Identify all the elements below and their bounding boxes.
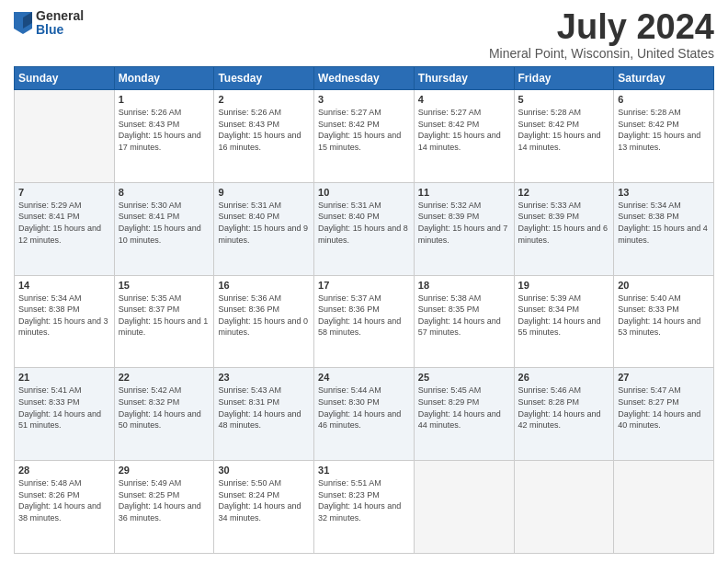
day-number: 19 xyxy=(518,280,610,291)
cell-info: Sunrise: 5:32 AM Sunset: 8:39 PM Dayligh… xyxy=(418,200,510,246)
cell-info: Sunrise: 5:35 AM Sunset: 8:37 PM Dayligh… xyxy=(119,293,210,339)
day-number: 23 xyxy=(218,372,310,383)
header: General Blue July 2024 Mineral Point, Wi… xyxy=(14,9,714,61)
calendar-cell: 6Sunrise: 5:28 AM Sunset: 8:42 PM Daylig… xyxy=(614,90,714,183)
cell-info: Sunrise: 5:46 AM Sunset: 8:28 PM Dayligh… xyxy=(518,385,610,431)
calendar-cell: 12Sunrise: 5:33 AM Sunset: 8:39 PM Dayli… xyxy=(514,182,614,275)
cell-info: Sunrise: 5:28 AM Sunset: 8:42 PM Dayligh… xyxy=(618,107,710,153)
calendar-cell: 22Sunrise: 5:42 AM Sunset: 8:32 PM Dayli… xyxy=(114,368,214,461)
calendar-cell: 17Sunrise: 5:37 AM Sunset: 8:36 PM Dayli… xyxy=(314,275,415,368)
calendar-cell: 3Sunrise: 5:27 AM Sunset: 8:42 PM Daylig… xyxy=(314,90,415,183)
day-number: 20 xyxy=(618,280,710,291)
cell-info: Sunrise: 5:49 AM Sunset: 8:25 PM Dayligh… xyxy=(119,477,210,523)
cell-info: Sunrise: 5:38 AM Sunset: 8:35 PM Dayligh… xyxy=(418,293,510,339)
day-number: 9 xyxy=(218,187,310,198)
cell-info: Sunrise: 5:34 AM Sunset: 8:38 PM Dayligh… xyxy=(618,200,710,246)
cell-info: Sunrise: 5:36 AM Sunset: 8:36 PM Dayligh… xyxy=(218,293,310,339)
cell-info: Sunrise: 5:37 AM Sunset: 8:36 PM Dayligh… xyxy=(318,293,410,339)
day-number: 22 xyxy=(119,372,210,383)
cell-info: Sunrise: 5:33 AM Sunset: 8:39 PM Dayligh… xyxy=(518,200,610,246)
header-thursday: Thursday xyxy=(414,67,514,90)
calendar-cell: 19Sunrise: 5:39 AM Sunset: 8:34 PM Dayli… xyxy=(514,275,614,368)
cell-info: Sunrise: 5:39 AM Sunset: 8:34 PM Dayligh… xyxy=(518,293,610,339)
calendar-cell: 8Sunrise: 5:30 AM Sunset: 8:41 PM Daylig… xyxy=(114,182,214,275)
day-number: 25 xyxy=(418,372,510,383)
calendar-cell: 20Sunrise: 5:40 AM Sunset: 8:33 PM Dayli… xyxy=(614,275,714,368)
calendar-cell xyxy=(614,461,714,554)
cell-info: Sunrise: 5:28 AM Sunset: 8:42 PM Dayligh… xyxy=(518,107,610,153)
calendar-cell: 5Sunrise: 5:28 AM Sunset: 8:42 PM Daylig… xyxy=(514,90,614,183)
calendar-cell: 26Sunrise: 5:46 AM Sunset: 8:28 PM Dayli… xyxy=(514,368,614,461)
calendar-cell: 28Sunrise: 5:48 AM Sunset: 8:26 PM Dayli… xyxy=(15,461,115,554)
cell-info: Sunrise: 5:41 AM Sunset: 8:33 PM Dayligh… xyxy=(18,385,110,431)
calendar-header-row: Sunday Monday Tuesday Wednesday Thursday… xyxy=(15,67,714,90)
calendar-cell xyxy=(414,461,514,554)
cell-info: Sunrise: 5:27 AM Sunset: 8:42 PM Dayligh… xyxy=(318,107,410,153)
cell-info: Sunrise: 5:48 AM Sunset: 8:26 PM Dayligh… xyxy=(18,477,110,523)
day-number: 11 xyxy=(418,187,510,198)
day-number: 26 xyxy=(518,372,610,383)
day-number: 6 xyxy=(618,94,710,105)
cell-info: Sunrise: 5:50 AM Sunset: 8:24 PM Dayligh… xyxy=(218,477,310,523)
cell-info: Sunrise: 5:44 AM Sunset: 8:30 PM Dayligh… xyxy=(318,385,410,431)
calendar-table: Sunday Monday Tuesday Wednesday Thursday… xyxy=(14,66,714,554)
cell-info: Sunrise: 5:31 AM Sunset: 8:40 PM Dayligh… xyxy=(318,200,410,246)
calendar-cell xyxy=(514,461,614,554)
calendar-cell: 16Sunrise: 5:36 AM Sunset: 8:36 PM Dayli… xyxy=(214,275,314,368)
day-number: 16 xyxy=(218,280,310,291)
calendar-cell: 1Sunrise: 5:26 AM Sunset: 8:43 PM Daylig… xyxy=(114,90,214,183)
day-number: 12 xyxy=(518,187,610,198)
day-number: 17 xyxy=(318,280,410,291)
calendar-cell: 30Sunrise: 5:50 AM Sunset: 8:24 PM Dayli… xyxy=(214,461,314,554)
calendar-cell: 7Sunrise: 5:29 AM Sunset: 8:41 PM Daylig… xyxy=(15,182,115,275)
logo-icon xyxy=(14,12,32,34)
day-number: 7 xyxy=(18,187,110,198)
day-number: 18 xyxy=(418,280,510,291)
calendar-cell: 25Sunrise: 5:45 AM Sunset: 8:29 PM Dayli… xyxy=(414,368,514,461)
cell-info: Sunrise: 5:26 AM Sunset: 8:43 PM Dayligh… xyxy=(218,107,310,153)
day-number: 1 xyxy=(119,94,210,105)
header-saturday: Saturday xyxy=(614,67,714,90)
calendar-cell: 24Sunrise: 5:44 AM Sunset: 8:30 PM Dayli… xyxy=(314,368,415,461)
calendar-cell: 18Sunrise: 5:38 AM Sunset: 8:35 PM Dayli… xyxy=(414,275,514,368)
calendar-cell: 23Sunrise: 5:43 AM Sunset: 8:31 PM Dayli… xyxy=(214,368,314,461)
page: General Blue July 2024 Mineral Point, Wi… xyxy=(0,0,728,563)
cell-info: Sunrise: 5:34 AM Sunset: 8:38 PM Dayligh… xyxy=(18,293,110,339)
day-number: 27 xyxy=(618,372,710,383)
logo-general-text: General xyxy=(36,9,84,23)
calendar-cell: 11Sunrise: 5:32 AM Sunset: 8:39 PM Dayli… xyxy=(414,182,514,275)
cell-info: Sunrise: 5:47 AM Sunset: 8:27 PM Dayligh… xyxy=(618,385,710,431)
cell-info: Sunrise: 5:29 AM Sunset: 8:41 PM Dayligh… xyxy=(18,200,110,246)
day-number: 13 xyxy=(618,187,710,198)
calendar-cell: 2Sunrise: 5:26 AM Sunset: 8:43 PM Daylig… xyxy=(214,90,314,183)
day-number: 14 xyxy=(18,280,110,291)
day-number: 24 xyxy=(318,372,410,383)
calendar-cell: 4Sunrise: 5:27 AM Sunset: 8:42 PM Daylig… xyxy=(414,90,514,183)
cell-info: Sunrise: 5:30 AM Sunset: 8:41 PM Dayligh… xyxy=(119,200,210,246)
day-number: 29 xyxy=(119,465,210,476)
calendar-cell: 13Sunrise: 5:34 AM Sunset: 8:38 PM Dayli… xyxy=(614,182,714,275)
calendar-row-2: 7Sunrise: 5:29 AM Sunset: 8:41 PM Daylig… xyxy=(15,182,714,275)
cell-info: Sunrise: 5:27 AM Sunset: 8:42 PM Dayligh… xyxy=(418,107,510,153)
day-number: 15 xyxy=(119,280,210,291)
logo: General Blue xyxy=(14,9,84,38)
day-number: 2 xyxy=(218,94,310,105)
day-number: 10 xyxy=(318,187,410,198)
calendar-row-4: 21Sunrise: 5:41 AM Sunset: 8:33 PM Dayli… xyxy=(15,368,714,461)
header-right: July 2024 Mineral Point, Wisconsin, Unit… xyxy=(489,9,714,61)
calendar-cell: 15Sunrise: 5:35 AM Sunset: 8:37 PM Dayli… xyxy=(114,275,214,368)
cell-info: Sunrise: 5:51 AM Sunset: 8:23 PM Dayligh… xyxy=(318,477,410,523)
calendar-cell: 9Sunrise: 5:31 AM Sunset: 8:40 PM Daylig… xyxy=(214,182,314,275)
header-friday: Friday xyxy=(514,67,614,90)
logo-blue-text: Blue xyxy=(36,23,84,37)
cell-info: Sunrise: 5:31 AM Sunset: 8:40 PM Dayligh… xyxy=(218,200,310,246)
cell-info: Sunrise: 5:26 AM Sunset: 8:43 PM Dayligh… xyxy=(119,107,210,153)
day-number: 30 xyxy=(218,465,310,476)
cell-info: Sunrise: 5:40 AM Sunset: 8:33 PM Dayligh… xyxy=(618,293,710,339)
calendar-row-1: 1Sunrise: 5:26 AM Sunset: 8:43 PM Daylig… xyxy=(15,90,714,183)
calendar-row-5: 28Sunrise: 5:48 AM Sunset: 8:26 PM Dayli… xyxy=(15,461,714,554)
location: Mineral Point, Wisconsin, United States xyxy=(489,46,714,61)
day-number: 3 xyxy=(318,94,410,105)
calendar-cell: 10Sunrise: 5:31 AM Sunset: 8:40 PM Dayli… xyxy=(314,182,415,275)
day-number: 31 xyxy=(318,465,410,476)
